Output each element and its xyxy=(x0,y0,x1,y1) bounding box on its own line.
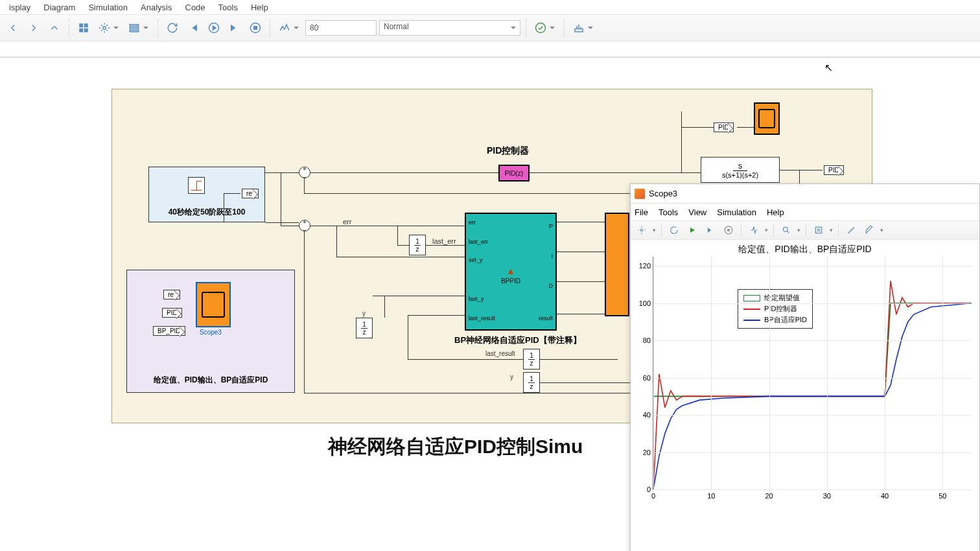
scope-menu-simulation[interactable]: Simulation xyxy=(717,207,756,217)
separator xyxy=(564,18,565,38)
bppid-from-tag[interactable]: BP_PID xyxy=(153,326,185,336)
main-menubar: isplay Diagram Simulation Analysis Code … xyxy=(0,0,980,14)
wire xyxy=(737,127,754,128)
ref-goto-tag[interactable]: ref xyxy=(242,189,259,198)
scope-menubar: File Tools View Simulation Help xyxy=(631,204,979,220)
pid-from-tag[interactable]: PID xyxy=(162,308,182,318)
signal-plot-button[interactable] xyxy=(275,19,294,37)
scope-window[interactable]: Scope3 File Tools View Simulation Help ▾… xyxy=(630,183,980,551)
pid-goto-tag[interactable]: PID xyxy=(824,165,844,175)
bp-label: BP神经网络自适应PID【带注释】 xyxy=(454,334,581,346)
scope3-block[interactable] xyxy=(196,282,231,327)
pid-label: PID控制器 xyxy=(487,145,529,157)
main-toolbar: Normal xyxy=(0,14,980,41)
svg-rect-6 xyxy=(130,27,139,29)
delay-lastresult[interactable]: 1z xyxy=(523,349,540,369)
scope-menu-tools[interactable]: Tools xyxy=(659,207,678,217)
lastresult-label: last_result xyxy=(485,350,515,357)
wire xyxy=(557,314,605,314)
svg-rect-2 xyxy=(79,29,83,32)
wire xyxy=(408,359,523,360)
pid-controller-block[interactable]: PID(z) xyxy=(498,165,530,182)
separator xyxy=(158,18,158,38)
bp-neural-pid-block[interactable]: ▲ BPPID err last_err set_y last_y last_r… xyxy=(465,213,557,331)
build-button[interactable] xyxy=(570,19,588,37)
plot-area[interactable]: 给定期望值 PID控制器 BP自适应PID 010203040500204060… xyxy=(653,257,972,490)
model-canvas[interactable]: ↖ 40秒给定50阶跃至100 ref Scope3 ref PID BP_PI… xyxy=(0,57,980,550)
scope-step-button[interactable] xyxy=(703,223,718,237)
wire xyxy=(384,296,385,318)
step-block-icon xyxy=(188,177,205,194)
check-model-button[interactable] xyxy=(531,19,550,37)
wire xyxy=(540,359,618,360)
wire xyxy=(304,178,305,193)
scope-subsystem[interactable]: Scope3 ref PID BP_PID 给定值、PID输出、BP自适应PID xyxy=(126,270,295,393)
wire xyxy=(304,393,641,393)
scope-highlight-button[interactable] xyxy=(862,223,876,237)
delay-y[interactable]: 1z xyxy=(356,318,373,338)
scope-pid-block[interactable] xyxy=(754,102,780,135)
stop-button[interactable] xyxy=(246,19,264,37)
scope-stop-button[interactable] xyxy=(721,223,736,237)
svg-rect-10 xyxy=(254,27,257,30)
forward-button[interactable] xyxy=(25,19,43,37)
delay-y2[interactable]: 1z xyxy=(523,372,540,393)
wire xyxy=(397,245,409,246)
up-button[interactable] xyxy=(45,19,64,37)
menu-diagram[interactable]: Diagram xyxy=(37,1,82,14)
separator xyxy=(526,18,526,38)
ref-from-tag[interactable]: ref xyxy=(163,290,180,299)
library-browser-button[interactable] xyxy=(75,19,93,37)
scope-trigger-button[interactable] xyxy=(747,223,761,237)
model-explorer-button[interactable] xyxy=(125,19,143,37)
step-forward-button[interactable] xyxy=(226,19,244,37)
wire xyxy=(265,222,299,223)
menu-display[interactable]: isplay xyxy=(3,1,37,14)
menu-code[interactable]: Code xyxy=(179,1,212,14)
bp-plant-block[interactable] xyxy=(605,213,629,316)
sim-mode-select[interactable]: Normal xyxy=(379,20,520,36)
mouse-cursor-icon: ↖ xyxy=(824,62,833,74)
menu-help[interactable]: Help xyxy=(244,1,275,14)
model-config-button[interactable] xyxy=(95,19,113,37)
svg-rect-1 xyxy=(84,23,88,27)
svg-rect-5 xyxy=(130,25,139,26)
legend-swatch-blue xyxy=(743,320,760,321)
y2-label: y xyxy=(510,373,513,381)
svg-rect-7 xyxy=(130,30,139,32)
wire xyxy=(373,296,465,296)
lasterr-label: last_err xyxy=(432,237,456,245)
pid-from-tag2[interactable]: PID xyxy=(714,123,734,132)
menu-simulation[interactable]: Simulation xyxy=(82,1,134,14)
scope-menu-file[interactable]: File xyxy=(635,207,648,217)
err-label: err xyxy=(343,218,351,226)
menu-analysis[interactable]: Analysis xyxy=(134,1,178,14)
scope-restart-button[interactable] xyxy=(667,223,681,237)
back-button[interactable] xyxy=(4,19,22,37)
menu-tools[interactable]: Tools xyxy=(212,1,244,14)
plot-title: 给定值、PID输出、BP自适应PID xyxy=(631,240,979,257)
run-button[interactable] xyxy=(205,19,223,37)
scope-menu-help[interactable]: Help xyxy=(767,207,784,217)
delay-lasterr[interactable]: 1z xyxy=(409,235,426,255)
scope-zoom-button[interactable] xyxy=(779,223,793,237)
scope-autoscale-button[interactable] xyxy=(811,223,826,237)
scope-measure-button[interactable] xyxy=(844,223,858,237)
scope-config-button[interactable] xyxy=(635,223,649,237)
breadcrumb xyxy=(0,41,980,57)
scope-run-button[interactable] xyxy=(685,223,699,237)
wire xyxy=(681,111,682,172)
wire xyxy=(310,172,498,173)
wire xyxy=(557,252,605,252)
legend[interactable]: 给定期望值 PID控制器 BP自适应PID xyxy=(738,289,813,329)
separator xyxy=(270,18,270,38)
fast-restart-button[interactable] xyxy=(163,19,181,37)
scope-titlebar[interactable]: Scope3 xyxy=(631,184,979,204)
step-back-button[interactable] xyxy=(184,19,202,37)
stop-time-input[interactable] xyxy=(305,20,377,36)
scope3-label: Scope3 xyxy=(200,329,222,336)
wire xyxy=(281,226,299,226)
scope-menu-view[interactable]: View xyxy=(688,207,706,217)
source-caption: 40秒给定50阶跃至100 xyxy=(149,207,264,218)
transfer-fcn-pid[interactable]: s s(s+1)(s+2) xyxy=(701,157,780,183)
